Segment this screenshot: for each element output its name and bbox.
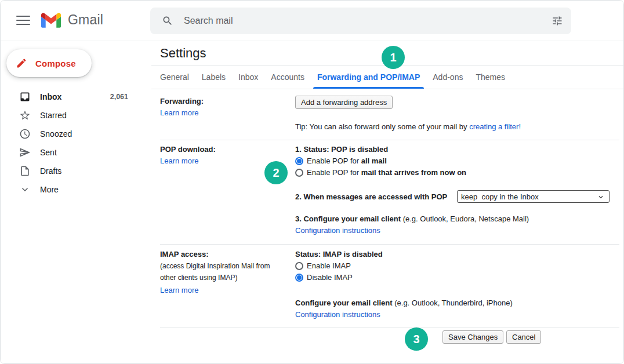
inbox-unread-count: 2,061 [110, 93, 128, 101]
sidebar-item-label: Starred [40, 111, 67, 120]
gmail-logo-icon [41, 13, 61, 28]
tab-inbox[interactable]: Inbox [232, 65, 264, 89]
annotation-step-2-badge: 2 [264, 161, 288, 184]
compose-label: Compose [35, 59, 76, 68]
gmail-settings-window: Gmail Compose Inbox 2,061 Starred [0, 0, 624, 364]
enable-imap-radio[interactable] [295, 262, 303, 270]
forwarding-learn-more-link[interactable]: Learn more [160, 108, 198, 117]
pop-configure-heading: 3. Configure your email client (e.g. Out… [295, 214, 529, 223]
imap-configure-heading: Configure your email client (e.g. Outloo… [295, 299, 513, 307]
select-chevron-icon [597, 193, 605, 203]
search-options-icon[interactable] [552, 15, 563, 27]
add-forwarding-address-button[interactable]: Add a forwarding address [295, 96, 393, 109]
enable-pop-all-mail-label: Enable POP for all mail [307, 156, 387, 165]
tab-general[interactable]: General [154, 65, 195, 89]
forwarding-tip-text: Tip: You can also forward only some of y… [295, 122, 521, 131]
settings-main: Settings General Labels Inbox Accounts F… [151, 41, 624, 364]
divider [160, 327, 619, 327]
pop-status-heading: 1. Status: POP is disabled [295, 145, 388, 154]
sidebar-item-label: Drafts [40, 166, 61, 176]
sidebar-item-sent[interactable]: Sent [1, 143, 144, 162]
pop-action-selected-value: keep copy in the Inbox [461, 192, 539, 201]
save-changes-button[interactable]: Save Changes [442, 330, 503, 344]
sidebar-item-label: More [40, 185, 59, 194]
pop-when-accessed-heading: 2. When messages are accessed with POP [295, 192, 447, 201]
search-bar[interactable] [150, 8, 571, 34]
sidebar-nav: Inbox 2,061 Starred Snoozed Sent Drafts [1, 88, 144, 199]
sidebar-item-drafts[interactable]: Drafts [1, 162, 144, 180]
search-icon [162, 15, 173, 27]
enable-pop-all-mail-radio[interactable] [295, 157, 303, 165]
divider [160, 244, 619, 245]
imap-access-sublabel-line1: (access Digital Inspiration Mail from [160, 262, 270, 270]
sidebar-item-label: Sent [40, 148, 57, 157]
annotation-step-3-badge: 3 [405, 327, 428, 351]
tab-labels[interactable]: Labels [195, 65, 232, 89]
tab-themes[interactable]: Themes [469, 65, 511, 89]
sidebar-item-label: Snoozed [40, 129, 72, 139]
compose-button[interactable]: Compose [6, 49, 92, 77]
hamburger-menu-icon[interactable] [16, 16, 30, 26]
pencil-icon [16, 57, 27, 69]
imap-configuration-instructions-link[interactable]: Configuration instructions [295, 310, 380, 319]
creating-a-filter-link[interactable]: creating a filter! [469, 122, 521, 131]
inbox-icon [19, 91, 31, 103]
enable-pop-from-now-on-label: Enable POP for mail that arrives from no… [307, 168, 466, 177]
sidebar: Compose Inbox 2,061 Starred Snoozed Sent [1, 41, 151, 364]
annotation-step-1-badge: 1 [382, 46, 405, 69]
pop-learn-more-link[interactable]: Learn more [160, 156, 198, 165]
sidebar-item-inbox[interactable]: Inbox 2,061 [1, 88, 144, 106]
forwarding-section-label: Forwarding: [160, 97, 204, 105]
pop-configuration-instructions-link[interactable]: Configuration instructions [295, 226, 380, 235]
draft-icon [19, 165, 31, 177]
tab-forwarding-pop-imap[interactable]: Forwarding and POP/IMAP [311, 65, 426, 89]
search-input[interactable] [184, 16, 552, 26]
app-header: Gmail [1, 1, 624, 41]
enable-pop-from-now-on-radio[interactable] [295, 169, 303, 177]
sidebar-item-label: Inbox [40, 92, 61, 101]
page-title: Settings [160, 46, 206, 61]
tab-accounts[interactable]: Accounts [264, 65, 311, 89]
clock-icon [19, 128, 31, 140]
gmail-wordmark: Gmail [68, 12, 103, 28]
sidebar-item-more[interactable]: More [1, 180, 144, 199]
divider [160, 140, 619, 140]
disable-imap-label: Disable IMAP [307, 273, 353, 282]
star-icon [19, 110, 31, 121]
settings-tabs: General Labels Inbox Accounts Forwarding… [154, 65, 511, 89]
divider [151, 89, 624, 89]
imap-access-sublabel-line2: other clients using IMAP) [160, 274, 237, 282]
chevron-down-icon [19, 184, 31, 195]
sidebar-item-starred[interactable]: Starred [1, 106, 144, 125]
pop-action-select[interactable]: keep copy in the Inbox [457, 190, 610, 203]
sidebar-item-snoozed[interactable]: Snoozed [1, 125, 144, 143]
enable-imap-label: Enable IMAP [307, 261, 351, 270]
imap-status-heading: Status: IMAP is disabled [295, 250, 383, 259]
pop-download-section-label: POP download: [160, 145, 216, 154]
disable-imap-radio[interactable] [295, 274, 303, 282]
imap-learn-more-link[interactable]: Learn more [160, 286, 198, 294]
tab-add-ons[interactable]: Add-ons [426, 65, 469, 89]
send-icon [19, 147, 31, 158]
imap-access-section-label: IMAP access: [160, 250, 209, 259]
cancel-button[interactable]: Cancel [506, 330, 541, 344]
